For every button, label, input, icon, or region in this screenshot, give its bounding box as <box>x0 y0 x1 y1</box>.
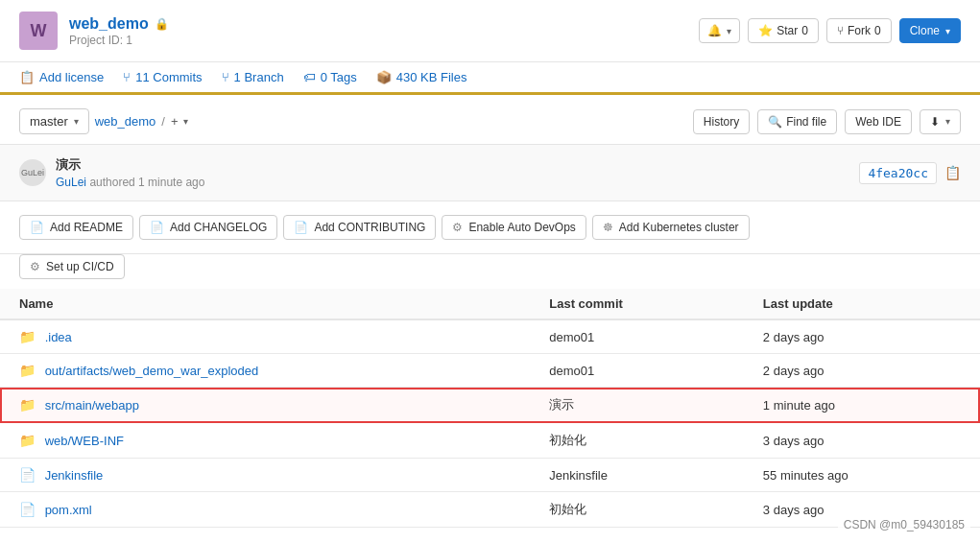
file-table: Name Last commit Last update 📁 .idea dem… <box>0 289 980 528</box>
table-row[interactable]: 📁 out/artifacts/web_demo_war_exploded de… <box>0 354 980 388</box>
path-separator: / <box>161 114 165 129</box>
last-commit-column-header: Last commit <box>530 289 744 319</box>
file-name-cell: 📁 out/artifacts/web_demo_war_exploded <box>0 354 530 388</box>
add-changelog-button[interactable]: 📄 Add CHANGELOG <box>139 215 277 240</box>
plus-icon: + <box>171 114 179 129</box>
tags-link[interactable]: 🏷 0 Tags <box>303 70 357 84</box>
commits-link[interactable]: ⑂ 11 Commits <box>123 70 202 84</box>
branch-link[interactable]: ⑂ 1 Branch <box>222 70 284 84</box>
branch-actions: History 🔍 Find file Web IDE ⬇ ▾ <box>693 109 961 134</box>
search-icon: 🔍 <box>768 115 782 129</box>
table-row[interactable]: 📁 .idea demo01 2 days ago <box>0 319 980 354</box>
repo-name[interactable]: web_demo <box>69 15 149 33</box>
commit-hash[interactable]: 4fea20cc <box>859 162 937 184</box>
cicd-icon: ⚙ <box>30 260 40 273</box>
project-id: Project ID: 1 <box>69 34 169 47</box>
fork-count: 0 <box>874 24 881 37</box>
tags-icon: 🏷 <box>303 70 316 84</box>
table-row[interactable]: 📁 web/WEB-INF 初始化 3 days ago <box>0 423 980 459</box>
add-file-button[interactable]: + ▾ <box>171 114 188 129</box>
fork-button[interactable]: ⑂ Fork 0 <box>826 18 892 43</box>
readme-icon: 📄 <box>30 221 44 234</box>
file-name-cell: 📁 web/WEB-INF <box>0 423 530 459</box>
second-action-row: ⚙ Set up CI/CD <box>0 254 980 289</box>
web-ide-label: Web IDE <box>855 115 901 129</box>
enable-auto-devops-button[interactable]: ⚙ Enable Auto DevOps <box>442 215 586 240</box>
commit-text: 演示 GuLei authored 1 minute ago <box>56 156 204 189</box>
file-link[interactable]: src/main/webapp <box>45 398 139 413</box>
last-update-column-header: Last update <box>744 289 980 319</box>
file-icon: 📄 <box>19 467 36 483</box>
history-label: History <box>704 115 739 129</box>
commit-message: 演示 <box>56 156 204 174</box>
name-column-header: Name <box>0 289 530 319</box>
table-row[interactable]: 📁 src/main/webapp 演示 1 minute ago <box>0 388 980 423</box>
file-link[interactable]: Jenkinsfile <box>45 468 104 483</box>
repo-title-block: web_demo 🔒 Project ID: 1 <box>69 15 169 47</box>
notification-bell-button[interactable]: 🔔 ▾ <box>699 18 740 43</box>
folder-icon: 📁 <box>19 363 36 378</box>
clone-button[interactable]: Clone ▾ <box>899 18 961 43</box>
star-count: 0 <box>801 24 808 37</box>
commit-hash-area: 4fea20cc 📋 <box>859 162 961 184</box>
commit-info: GuLei 演示 GuLei authored 1 minute ago 4fe… <box>0 145 980 201</box>
last-commit-cell: demo01 <box>530 354 744 388</box>
files-label: 430 KB Files <box>396 70 467 84</box>
commit-details: GuLei 演示 GuLei authored 1 minute ago <box>19 156 204 189</box>
last-update-cell: 2 days ago <box>744 319 980 354</box>
bell-chevron: ▾ <box>727 26 731 36</box>
add-kubernetes-label: Add Kubernetes cluster <box>619 221 739 234</box>
clone-chevron: ▾ <box>945 26 950 36</box>
tags-label: 0 Tags <box>321 70 357 84</box>
files-link[interactable]: 📦 430 KB Files <box>376 70 467 84</box>
lock-icon: 🔒 <box>155 17 169 31</box>
branch-selector[interactable]: master ▾ <box>19 108 89 134</box>
file-name-cell: 📄 Jenkinsfile <box>0 459 530 492</box>
file-link[interactable]: out/artifacts/web_demo_war_exploded <box>45 364 259 378</box>
download-icon: ⬇ <box>930 115 940 129</box>
copy-icon[interactable]: 📋 <box>944 165 961 180</box>
file-link[interactable]: web/WEB-INF <box>45 434 124 448</box>
web-ide-button[interactable]: Web IDE <box>845 109 912 134</box>
table-row[interactable]: 📄 pom.xml 初始化 3 days ago <box>0 492 980 528</box>
watermark: CSDN @m0_59430185 <box>838 516 970 533</box>
commit-author-line: GuLei authored 1 minute ago <box>56 176 204 189</box>
add-kubernetes-button[interactable]: ☸ Add Kubernetes cluster <box>592 215 750 240</box>
download-button[interactable]: ⬇ ▾ <box>920 109 961 134</box>
repo-info: W web_demo 🔒 Project ID: 1 <box>19 12 169 50</box>
action-buttons-row: 📄 Add README 📄 Add CHANGELOG 📄 Add CONTR… <box>0 201 980 254</box>
star-icon: ⭐ <box>758 24 773 37</box>
file-name-cell: 📁 .idea <box>0 319 530 354</box>
find-file-button[interactable]: 🔍 Find file <box>757 109 837 134</box>
commit-avatar-placeholder: GuLei <box>21 168 44 177</box>
branch-label: 1 Branch <box>234 70 284 84</box>
branch-chevron: ▾ <box>74 116 79 127</box>
star-button[interactable]: ⭐ ⭐ Star Star 0 <box>748 18 819 43</box>
last-update-cell: 55 minutes ago <box>744 459 980 492</box>
kubernetes-icon: ☸ <box>603 221 613 234</box>
branch-name: master <box>30 114 68 129</box>
last-update-cell: 3 days ago <box>744 423 980 459</box>
last-commit-cell: 演示 <box>530 388 744 423</box>
branch-path: master ▾ web_demo / + ▾ <box>19 108 188 134</box>
setup-cicd-button[interactable]: ⚙ Set up CI/CD <box>19 254 125 279</box>
add-readme-button[interactable]: 📄 Add README <box>19 215 133 240</box>
files-icon: 📦 <box>376 70 392 84</box>
history-button[interactable]: History <box>693 109 750 134</box>
branch-bar: master ▾ web_demo / + ▾ History 🔍 Find f… <box>0 99 980 145</box>
file-name-cell: 📄 pom.xml <box>0 492 530 528</box>
devops-icon: ⚙ <box>452 221 463 234</box>
add-changelog-label: Add CHANGELOG <box>170 221 267 234</box>
folder-icon: 📁 <box>19 433 36 448</box>
add-contributing-button[interactable]: 📄 Add CONTRIBUTING <box>283 215 436 240</box>
last-commit-cell: 初始化 <box>530 492 744 528</box>
repo-path-link[interactable]: web_demo <box>95 114 156 129</box>
commit-time: authored 1 minute ago <box>89 176 204 189</box>
repo-actions: 🔔 ▾ ⭐ ⭐ Star Star 0 ⑂ Fork 0 Clone ▾ <box>699 18 961 43</box>
commit-author-link[interactable]: GuLei <box>56 176 86 189</box>
download-chevron: ▾ <box>945 116 950 127</box>
file-link[interactable]: .idea <box>45 330 72 344</box>
file-link[interactable]: pom.xml <box>45 503 92 517</box>
add-license-link[interactable]: 📋 Add license <box>19 70 104 84</box>
table-row[interactable]: 📄 Jenkinsfile Jenkinsfile 55 minutes ago <box>0 459 980 492</box>
